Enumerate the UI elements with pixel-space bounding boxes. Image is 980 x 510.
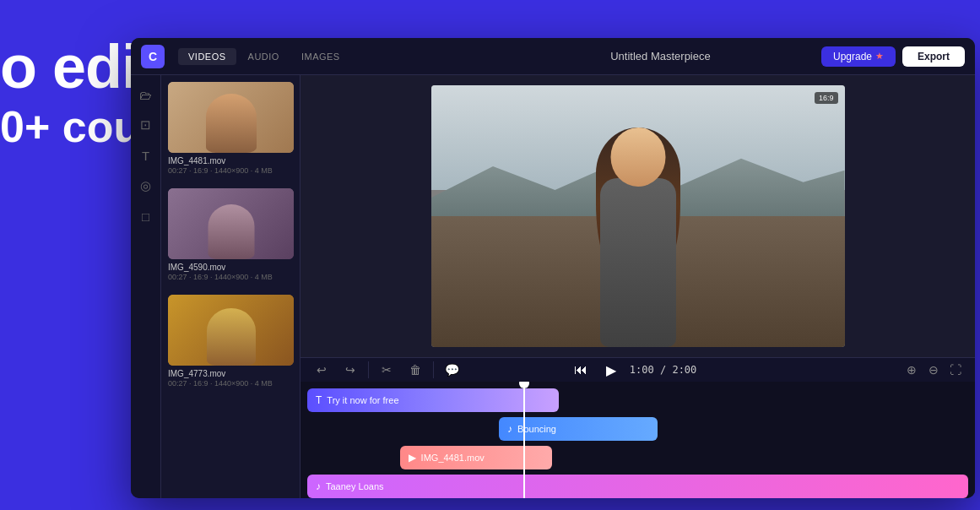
tab-audio[interactable]: AUDIO bbox=[238, 48, 290, 65]
clip-audio[interactable]: ♪ Taaney Loans bbox=[307, 475, 968, 498]
media-meta-2: 00:27 · 16:9 · 1440×900 · 4 MB bbox=[168, 273, 293, 281]
media-meta-3: 00:27 · 16:9 · 1440×900 · 4 MB bbox=[168, 379, 293, 388]
timeline: T Try it now for free ♪ Bouncing ▶ IMG_4 bbox=[300, 382, 975, 498]
tab-images[interactable]: IMAGES bbox=[291, 48, 350, 65]
preview-area: 16:9 ↩ ↪ ✂ 🗑 💬 ⏮ ▶ 1:00 / 2:00 ⊕ bbox=[300, 75, 975, 498]
play-button[interactable]: ▶ bbox=[599, 358, 623, 382]
sticker-icon[interactable]: ◎ bbox=[137, 176, 155, 195]
track-img: ▶ IMG_4481.mov bbox=[307, 446, 968, 469]
clip-audio-label: Taaney Loans bbox=[326, 481, 384, 491]
video-preview: 16:9 bbox=[300, 75, 975, 357]
clip-text[interactable]: T Try it now for free bbox=[307, 388, 559, 412]
time-display: 1:00 / 2:00 bbox=[630, 364, 696, 376]
clip-text-label: Try it now for free bbox=[327, 395, 398, 405]
video-frame: 16:9 bbox=[431, 85, 845, 347]
app-window: C VIDEOS AUDIO IMAGES Untitled Masterpie… bbox=[131, 38, 975, 498]
track-audio: ♪ Taaney Loans bbox=[307, 475, 968, 498]
media-thumb-2 bbox=[168, 188, 294, 259]
audio-track-icon: ♪ bbox=[316, 480, 321, 492]
clip-img[interactable]: ▶ IMG_4481.mov bbox=[400, 446, 552, 469]
img-track-icon: ▶ bbox=[409, 452, 416, 464]
toolbar-sep-1 bbox=[368, 361, 369, 378]
star-icon: ★ bbox=[875, 51, 884, 62]
toolbar-sep-2 bbox=[433, 361, 434, 378]
media-name-1: IMG_4481.mov bbox=[168, 156, 293, 165]
sidebar-icons: 🗁 ⊡ T ◎ □ bbox=[131, 75, 161, 498]
media-item-2[interactable]: IMG_4590.mov 00:27 · 16:9 · 1440×900 · 4… bbox=[161, 182, 300, 288]
zoom-in-button[interactable]: ⊕ bbox=[902, 361, 921, 379]
delete-button[interactable]: 🗑 bbox=[404, 359, 426, 381]
undo-button[interactable]: ↩ bbox=[311, 359, 333, 381]
zoom-controls: ⊕ ⊖ ⛶ bbox=[902, 361, 965, 379]
logo-icon: C bbox=[141, 45, 165, 68]
cut-button[interactable]: ✂ bbox=[376, 359, 398, 381]
tab-videos[interactable]: VIDEOS bbox=[178, 48, 236, 65]
text-track-icon: T bbox=[316, 394, 322, 406]
top-tabs: VIDEOS AUDIO IMAGES bbox=[178, 48, 500, 65]
media-thumb-1 bbox=[168, 82, 294, 153]
export-button[interactable]: Export bbox=[902, 46, 965, 67]
square-icon[interactable]: □ bbox=[137, 207, 155, 225]
folder-icon[interactable]: 🗁 bbox=[137, 85, 155, 104]
top-actions: Upgrade ★ Export bbox=[821, 46, 965, 67]
main-content: 🗁 ⊡ T ◎ □ IMG_4481.mov 00:27 · 16:9 · 14… bbox=[131, 75, 975, 498]
toolbar: ↩ ↪ ✂ 🗑 💬 ⏮ ▶ 1:00 / 2:00 ⊕ ⊖ ⛶ bbox=[300, 357, 975, 382]
clip-img-label: IMG_4481.mov bbox=[421, 453, 485, 463]
redo-button[interactable]: ↪ bbox=[339, 359, 361, 381]
skip-back-button[interactable]: ⏮ bbox=[569, 358, 593, 382]
media-name-2: IMG_4590.mov bbox=[168, 263, 293, 272]
playback-controls: ⏮ ▶ 1:00 / 2:00 bbox=[569, 358, 696, 382]
upgrade-button[interactable]: Upgrade ★ bbox=[821, 46, 896, 67]
media-meta-1: 00:27 · 16:9 · 1440×900 · 4 MB bbox=[168, 166, 293, 175]
top-bar: C VIDEOS AUDIO IMAGES Untitled Masterpie… bbox=[131, 38, 975, 75]
comment-button[interactable]: 💬 bbox=[441, 359, 463, 381]
fit-button[interactable]: ⛶ bbox=[946, 361, 965, 379]
media-thumb-3 bbox=[168, 295, 294, 366]
media-item-1[interactable]: IMG_4481.mov 00:27 · 16:9 · 1440×900 · 4… bbox=[161, 75, 300, 182]
bouncing-track-icon: ♪ bbox=[507, 423, 512, 435]
track-bouncing: ♪ Bouncing bbox=[307, 417, 968, 441]
project-title: Untitled Masterpiece bbox=[500, 50, 821, 62]
zoom-out-button[interactable]: ⊖ bbox=[924, 361, 943, 379]
media-name-3: IMG_4773.mov bbox=[168, 369, 293, 378]
media-item-3[interactable]: IMG_4773.mov 00:27 · 16:9 · 1440×900 · 4… bbox=[161, 288, 300, 394]
logo-area: C bbox=[141, 45, 165, 68]
crop-icon[interactable]: ⊡ bbox=[137, 116, 155, 134]
playhead-handle[interactable] bbox=[519, 382, 529, 388]
media-panel: IMG_4481.mov 00:27 · 16:9 · 1440×900 · 4… bbox=[161, 75, 300, 498]
playhead[interactable] bbox=[523, 382, 525, 498]
track-text: T Try it now for free bbox=[307, 388, 968, 412]
aspect-ratio-badge: 16:9 bbox=[815, 92, 838, 104]
text-icon[interactable]: T bbox=[137, 146, 155, 165]
